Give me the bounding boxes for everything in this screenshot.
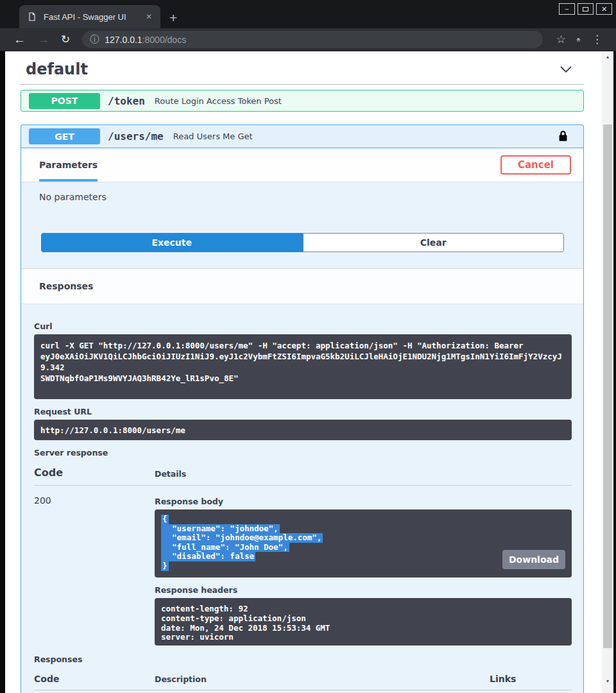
response-headers-label: Response headers (155, 585, 572, 595)
browser-toolbar: ← → ↻ ⓘ 127.0.0.1 :8000/docs ☆ ⋮ (0, 28, 616, 51)
endpoint-summary: Route Login Access Token Post (155, 96, 282, 106)
reload-icon[interactable]: ↻ (55, 34, 76, 45)
execute-row: Execute Clear (41, 233, 564, 252)
tab-parameters[interactable]: Parameters (39, 148, 98, 182)
json-line: "disabled": false (161, 552, 255, 561)
tag-section-header[interactable]: default (26, 60, 574, 78)
json-line: "full_name": "John Doe", (161, 543, 289, 552)
code-column-header: Code (34, 674, 155, 684)
browser-window: Fast API - Swagger UI ✕ + − ✕ ← → ↻ ⓘ 12… (0, 0, 616, 693)
clear-button[interactable]: Clear (303, 233, 565, 252)
maximize-icon (583, 7, 588, 12)
curl-line: SWDTNqbfOaP1Ms9WVYJAQ3hRB42Ye_lR1sPvo_8E… (40, 373, 239, 383)
url-path: :8000/docs (142, 35, 187, 45)
page-title: default (26, 60, 88, 78)
url-host: 127.0.0.1 (105, 35, 142, 45)
parameters-section-header: Parameters Cancel (21, 148, 583, 182)
curl-line: eyJ0eXAiOiJKV1QiLCJhbGciOiJIUzI1NiJ9.eyJ… (40, 352, 562, 372)
header-line: content-length: 92 (161, 604, 248, 613)
bookmark-star-icon[interactable]: ☆ (551, 34, 572, 45)
description-column-header: Description (155, 674, 490, 684)
server-response-row: 200 Response body { "username": "johndoe… (34, 493, 572, 646)
response-headers-block: content-length: 92content-type: applicat… (155, 598, 572, 646)
responses-section-header: Responses (21, 268, 583, 304)
window-frame-left (0, 51, 5, 693)
header-line: content-type: application/json (161, 613, 306, 623)
close-button[interactable]: ✕ (596, 3, 612, 15)
browser-viewport: default POST /token Route Login Access T… (0, 51, 616, 693)
server-response-label: Server response (34, 448, 572, 458)
vertical-scrollbar[interactable]: ▲ ▼ (602, 51, 613, 693)
scroll-down-icon[interactable]: ▼ (602, 679, 613, 683)
details-column-header: Details (155, 469, 186, 479)
curl-label: Curl (34, 321, 572, 331)
status-code: 200 (34, 493, 155, 646)
download-button[interactable]: Download (502, 550, 565, 569)
swagger-page: default POST /token Route Login Access T… (5, 51, 602, 693)
curl-command-block[interactable]: curl -X GET "http://127.0.0.1:8000/users… (34, 334, 572, 399)
endpoint-summary: Read Users Me Get (173, 132, 253, 141)
cancel-button[interactable]: Cancel (501, 155, 571, 175)
request-url-label: Request URL (34, 407, 572, 416)
lock-icon[interactable] (557, 130, 569, 143)
tab-title: Fast API - Swagger UI (44, 12, 142, 22)
endpoint-path: /users/me (108, 130, 164, 142)
scroll-up-icon[interactable]: ▲ (602, 55, 613, 59)
request-url-block: http://127.0.0.1:8000/users/me (34, 420, 572, 440)
endpoint-header[interactable]: GET /users/me Read Users Me Get (21, 125, 583, 148)
document-favicon-icon (27, 12, 37, 22)
parameters-body: No parameters Execute Clear (21, 182, 583, 268)
server-response-table-header: Code Details (34, 466, 572, 486)
section-divider (19, 84, 584, 85)
curl-line: curl -X GET "http://127.0.0.1:8000/users… (40, 341, 524, 350)
response-body-label: Response body (155, 497, 572, 506)
chevron-down-icon[interactable] (558, 62, 574, 77)
execute-button[interactable]: Execute (41, 233, 303, 252)
maximize-button[interactable] (578, 3, 594, 15)
header-line: date: Mon, 24 Dec 2018 15:53:34 GMT (161, 623, 330, 633)
new-tab-button[interactable]: + (169, 11, 177, 24)
tab-bar: Fast API - Swagger UI ✕ + − ✕ (0, 0, 616, 28)
browser-tab[interactable]: Fast API - Swagger UI ✕ (19, 5, 160, 28)
endpoint-path: /token (108, 95, 145, 107)
response-body-block[interactable]: { "username": "johndoe", "email": "johnd… (155, 509, 572, 578)
responses-body: Curl curl -X GET "http://127.0.0.1:8000/… (21, 304, 583, 693)
site-info-icon[interactable]: ⓘ (90, 34, 99, 46)
incognito-icon (572, 33, 586, 47)
tab-close-icon[interactable]: ✕ (142, 11, 155, 22)
scrollbar-thumb[interactable] (603, 124, 612, 648)
json-line: } (161, 561, 169, 571)
responses-table-header: Code Description Links (34, 674, 572, 690)
responses-table-label: Responses (34, 654, 572, 664)
window-controls: − ✕ (559, 3, 612, 15)
browser-menu-icon[interactable]: ⋮ (586, 34, 608, 45)
endpoint-post-token[interactable]: POST /token Route Login Access Token Pos… (21, 90, 584, 112)
back-icon[interactable]: ← (8, 33, 31, 46)
json-line: "email": "johndoe@example.com", (161, 533, 323, 543)
links-column-header: Links (490, 674, 572, 684)
no-parameters-text: No parameters (39, 192, 583, 202)
json-line: { (161, 515, 169, 524)
post-method-badge: POST (29, 93, 100, 109)
responses-title: Responses (39, 281, 93, 291)
code-column-header: Code (34, 466, 155, 479)
json-line: "username": "johndoe", (161, 524, 280, 534)
forward-icon[interactable]: → (31, 33, 55, 46)
header-line: server: uvicorn (161, 632, 234, 642)
address-bar[interactable]: ⓘ 127.0.0.1 :8000/docs (82, 31, 543, 48)
window-frame-right (613, 51, 616, 693)
endpoint-get-users-me: GET /users/me Read Users Me Get Paramete… (21, 124, 584, 693)
get-method-badge: GET (29, 128, 100, 144)
minimize-button[interactable]: − (559, 3, 575, 15)
